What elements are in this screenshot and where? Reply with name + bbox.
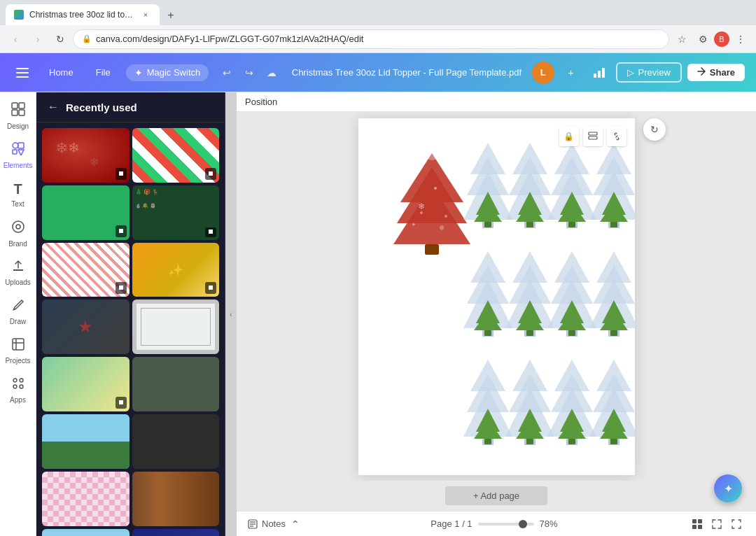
svg-rect-126 (692, 525, 696, 529)
list-item[interactable]: ❄ ❄ (42, 128, 130, 183)
add-page-button[interactable]: + Add page (445, 486, 547, 505)
svg-rect-84 (568, 330, 575, 336)
share-button[interactable]: Share (687, 64, 745, 81)
panel-header: ← Recently used (36, 92, 225, 122)
svg-rect-4 (598, 71, 601, 78)
svg-rect-77 (526, 330, 533, 336)
toolbar-right: L + ▷ Preview Share (532, 62, 745, 84)
list-item[interactable] (42, 472, 130, 526)
hamburger-menu-button[interactable] (11, 62, 34, 84)
list-item[interactable] (42, 185, 130, 240)
link-button[interactable] (607, 127, 626, 146)
magic-switch-button[interactable]: ✦ Magic Switch (126, 64, 209, 81)
panel-collapse-button[interactable]: ‹ (225, 92, 237, 536)
file-button[interactable]: File (89, 63, 118, 82)
browser-frame: Christmas tree 30oz lid topper × + ‹ › ↻… (0, 0, 756, 536)
zoom-level: 78% (540, 519, 558, 529)
canvas-document: 🔒 (358, 118, 635, 475)
active-tab[interactable]: Christmas tree 30oz lid topper × (6, 4, 160, 25)
canvas-toolbar: Position (237, 92, 756, 112)
sidebar-item-design[interactable]: Design (3, 98, 34, 134)
magic-switch-icon: ✦ (134, 67, 143, 78)
layers-button[interactable] (583, 127, 603, 146)
list-item[interactable]: ★ (42, 299, 130, 354)
collapse-button[interactable]: ⌃ (291, 519, 300, 530)
svg-rect-98 (484, 439, 491, 444)
profile-button[interactable]: B (714, 31, 729, 47)
grid-view-button[interactable] (689, 516, 706, 533)
home-button[interactable]: Home (42, 63, 80, 82)
refresh-button[interactable]: ↻ (643, 118, 666, 141)
sidebar-item-brand[interactable]: Brand (3, 216, 34, 252)
list-item[interactable] (132, 472, 220, 526)
sidebar-item-uploads[interactable]: Uploads (3, 255, 34, 291)
canvas-workspace[interactable]: 🔒 (237, 112, 756, 481)
add-collaborator-button[interactable]: + (560, 62, 582, 84)
svg-point-19 (13, 379, 17, 382)
brand-icon (11, 220, 25, 237)
list-item[interactable] (42, 243, 130, 297)
list-item[interactable] (42, 414, 130, 469)
canvas-svg: ❄ ❄ ✦ (358, 118, 635, 475)
tab-close-button[interactable]: × (140, 9, 151, 20)
list-item[interactable] (132, 299, 220, 354)
address-bar[interactable]: 🔒 canva.com/design/DAFy1-LlFpw/ZLGGT-G07… (73, 29, 669, 49)
image-badge (115, 397, 127, 409)
list-item[interactable] (42, 529, 130, 536)
sidebar-item-design-label: Design (7, 122, 29, 130)
analytics-button[interactable] (588, 62, 610, 84)
browser-nav: ‹ › ↻ 🔒 canva.com/design/DAFy1-LlFpw/ZLG… (0, 25, 756, 53)
bottom-bar: Notes ⌃ Page 1 / 1 78% (237, 511, 756, 536)
history-buttons: ↩ ↪ ☁ (217, 63, 281, 83)
sidebar-item-elements-label: Elements (4, 162, 33, 169)
svg-rect-112 (568, 439, 575, 444)
list-item[interactable] (42, 357, 130, 411)
zoom-slider[interactable] (478, 523, 534, 526)
list-item[interactable] (132, 529, 220, 536)
preview-button[interactable]: ▷ Preview (616, 62, 682, 83)
svg-rect-124 (692, 519, 696, 523)
list-item[interactable]: ✨ (132, 243, 220, 297)
svg-rect-16 (13, 339, 24, 350)
undo-button[interactable]: ↩ (217, 63, 237, 83)
forward-button[interactable]: › (28, 29, 48, 49)
list-item[interactable] (132, 357, 220, 411)
back-button[interactable]: ‹ (6, 29, 25, 49)
list-item[interactable] (132, 414, 220, 469)
notes-button[interactable]: Notes (248, 519, 286, 529)
svg-point-34 (420, 211, 423, 214)
redo-button[interactable]: ↪ (239, 63, 259, 83)
list-item[interactable] (132, 128, 220, 183)
new-tab-button[interactable]: + (161, 6, 181, 25)
extensions-button[interactable]: ⚙ (693, 29, 713, 49)
sidebar-item-text[interactable]: T Text (3, 176, 34, 213)
main-toolbar: Home File ✦ Magic Switch ↩ ↪ ☁ Christmas… (0, 53, 756, 92)
panel-content: ❄ ❄ (36, 122, 225, 536)
image-badge (205, 227, 216, 237)
user-avatar[interactable]: L (532, 62, 554, 84)
reload-button[interactable]: ↻ (50, 29, 70, 49)
svg-point-10 (13, 143, 18, 148)
svg-rect-1 (16, 72, 29, 73)
sidebar-item-apps[interactable]: Apps (3, 372, 34, 409)
svg-rect-23 (589, 132, 597, 135)
panel-back-button[interactable]: ← (48, 101, 59, 113)
save-status-button[interactable]: ☁ (262, 63, 281, 83)
svg-rect-11 (18, 143, 24, 148)
lock-button[interactable]: 🔒 (559, 127, 579, 146)
share-label: Share (710, 67, 735, 78)
list-item[interactable]: 🎄 🎁 🦌 ⛄ 🔔 🎅 (132, 185, 220, 240)
canva-ai-button[interactable]: ✦ (714, 474, 742, 502)
fit-view-button[interactable] (708, 516, 725, 533)
menu-button[interactable]: ⋮ (731, 29, 750, 49)
fullscreen-button[interactable] (728, 516, 745, 533)
svg-rect-6 (12, 103, 18, 108)
doc-title: Christmas Tree 30oz Lid Topper - Full Pa… (292, 67, 522, 78)
bookmark-button[interactable]: ☆ (672, 29, 692, 49)
sidebar-item-projects[interactable]: Projects (3, 333, 34, 369)
svg-point-33 (434, 187, 437, 190)
preview-label: Preview (638, 67, 671, 78)
add-page-bar: + Add page (237, 481, 756, 511)
sidebar-item-draw[interactable]: Draw (3, 294, 34, 330)
sidebar-item-elements[interactable]: Elements (3, 137, 34, 174)
